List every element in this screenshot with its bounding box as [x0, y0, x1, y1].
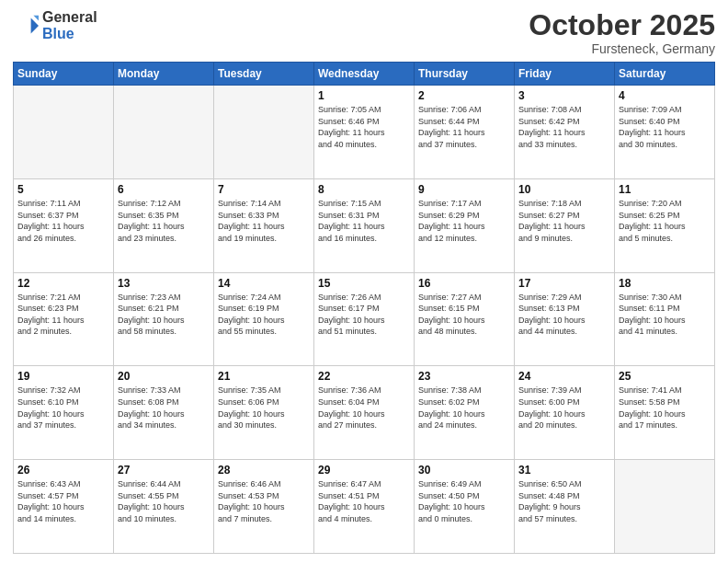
day-cell-5-2: 27Sunrise: 6:44 AM Sunset: 4:55 PM Dayli…: [114, 460, 214, 554]
day-detail: Sunrise: 7:15 AM Sunset: 6:31 PM Dayligh…: [318, 198, 410, 244]
svg-marker-0: [31, 18, 39, 34]
subtitle: Fursteneck, Germany: [529, 41, 715, 56]
day-cell-1-5: 2Sunrise: 7:06 AM Sunset: 6:44 PM Daylig…: [415, 86, 515, 179]
day-detail: Sunrise: 7:30 AM Sunset: 6:11 PM Dayligh…: [619, 292, 711, 338]
day-cell-4-1: 19Sunrise: 7:32 AM Sunset: 6:10 PM Dayli…: [14, 366, 114, 460]
day-cell-2-2: 6Sunrise: 7:12 AM Sunset: 6:35 PM Daylig…: [114, 178, 214, 272]
week-row-1: 1Sunrise: 7:05 AM Sunset: 6:46 PM Daylig…: [14, 86, 715, 179]
weekday-header-friday: Friday: [515, 63, 615, 86]
week-row-4: 19Sunrise: 7:32 AM Sunset: 6:10 PM Dayli…: [14, 366, 715, 460]
weekday-header-thursday: Thursday: [415, 63, 515, 86]
week-row-5: 26Sunrise: 6:43 AM Sunset: 4:57 PM Dayli…: [14, 460, 715, 554]
day-detail: Sunrise: 7:17 AM Sunset: 6:29 PM Dayligh…: [418, 198, 510, 244]
day-number: 18: [619, 277, 711, 290]
day-detail: Sunrise: 6:43 AM Sunset: 4:57 PM Dayligh…: [17, 478, 109, 524]
day-number: 31: [518, 464, 610, 477]
day-detail: Sunrise: 7:18 AM Sunset: 6:27 PM Dayligh…: [518, 198, 610, 244]
weekday-header-saturday: Saturday: [615, 63, 715, 86]
day-cell-2-1: 5Sunrise: 7:11 AM Sunset: 6:37 PM Daylig…: [14, 178, 114, 272]
day-detail: Sunrise: 7:26 AM Sunset: 6:17 PM Dayligh…: [318, 292, 410, 338]
day-cell-2-6: 10Sunrise: 7:18 AM Sunset: 6:27 PM Dayli…: [515, 178, 615, 272]
day-number: 17: [518, 277, 610, 290]
day-detail: Sunrise: 7:39 AM Sunset: 6:00 PM Dayligh…: [518, 385, 610, 431]
logo-text: General Blue: [42, 9, 97, 42]
day-detail: Sunrise: 7:32 AM Sunset: 6:10 PM Dayligh…: [17, 385, 109, 431]
day-number: 26: [17, 464, 109, 477]
week-row-3: 12Sunrise: 7:21 AM Sunset: 6:23 PM Dayli…: [14, 272, 715, 366]
day-detail: Sunrise: 7:35 AM Sunset: 6:06 PM Dayligh…: [218, 385, 310, 431]
day-number: 2: [418, 89, 510, 102]
day-cell-4-4: 22Sunrise: 7:36 AM Sunset: 6:04 PM Dayli…: [314, 366, 415, 460]
day-number: 16: [418, 277, 510, 290]
day-number: 10: [518, 183, 610, 196]
day-detail: Sunrise: 6:47 AM Sunset: 4:51 PM Dayligh…: [318, 478, 410, 524]
day-cell-1-3: [214, 86, 314, 179]
day-number: 14: [218, 277, 310, 290]
day-detail: Sunrise: 7:14 AM Sunset: 6:33 PM Dayligh…: [218, 198, 310, 244]
day-cell-5-3: 28Sunrise: 6:46 AM Sunset: 4:53 PM Dayli…: [214, 460, 314, 554]
day-cell-3-6: 17Sunrise: 7:29 AM Sunset: 6:13 PM Dayli…: [515, 272, 615, 366]
day-number: 21: [218, 370, 310, 383]
day-number: 9: [418, 183, 510, 196]
day-number: 12: [17, 277, 109, 290]
day-cell-1-2: [114, 86, 214, 179]
day-detail: Sunrise: 7:20 AM Sunset: 6:25 PM Dayligh…: [619, 198, 711, 244]
day-detail: Sunrise: 7:11 AM Sunset: 6:37 PM Dayligh…: [17, 198, 109, 244]
day-detail: Sunrise: 7:41 AM Sunset: 5:58 PM Dayligh…: [619, 385, 711, 431]
day-cell-2-7: 11Sunrise: 7:20 AM Sunset: 6:25 PM Dayli…: [615, 178, 715, 272]
day-cell-3-4: 15Sunrise: 7:26 AM Sunset: 6:17 PM Dayli…: [314, 272, 415, 366]
day-cell-5-1: 26Sunrise: 6:43 AM Sunset: 4:57 PM Dayli…: [14, 460, 114, 554]
day-cell-3-1: 12Sunrise: 7:21 AM Sunset: 6:23 PM Dayli…: [14, 272, 114, 366]
weekday-header-wednesday: Wednesday: [314, 63, 415, 86]
day-cell-1-1: [14, 86, 114, 179]
day-detail: Sunrise: 7:23 AM Sunset: 6:21 PM Dayligh…: [118, 292, 210, 338]
day-detail: Sunrise: 7:36 AM Sunset: 6:04 PM Dayligh…: [318, 385, 410, 431]
day-number: 19: [17, 370, 109, 383]
day-number: 15: [318, 277, 410, 290]
month-title: October 2025: [529, 9, 715, 41]
day-detail: Sunrise: 7:08 AM Sunset: 6:42 PM Dayligh…: [518, 104, 610, 150]
day-cell-1-4: 1Sunrise: 7:05 AM Sunset: 6:46 PM Daylig…: [314, 86, 415, 179]
day-cell-4-3: 21Sunrise: 7:35 AM Sunset: 6:06 PM Dayli…: [214, 366, 314, 460]
day-number: 20: [118, 370, 210, 383]
day-number: 27: [118, 464, 210, 477]
day-detail: Sunrise: 7:38 AM Sunset: 6:02 PM Dayligh…: [418, 385, 510, 431]
week-row-2: 5Sunrise: 7:11 AM Sunset: 6:37 PM Daylig…: [14, 178, 715, 272]
day-number: 30: [418, 464, 510, 477]
logo-icon: [13, 13, 39, 39]
svg-marker-1: [33, 16, 39, 21]
day-detail: Sunrise: 7:05 AM Sunset: 6:46 PM Dayligh…: [318, 104, 410, 150]
day-number: 25: [619, 370, 711, 383]
day-cell-1-7: 4Sunrise: 7:09 AM Sunset: 6:40 PM Daylig…: [615, 86, 715, 179]
day-cell-2-4: 8Sunrise: 7:15 AM Sunset: 6:31 PM Daylig…: [314, 178, 415, 272]
day-number: 29: [318, 464, 410, 477]
title-block: October 2025 Fursteneck, Germany: [529, 9, 715, 56]
day-number: 7: [218, 183, 310, 196]
day-cell-3-5: 16Sunrise: 7:27 AM Sunset: 6:15 PM Dayli…: [415, 272, 515, 366]
day-cell-2-5: 9Sunrise: 7:17 AM Sunset: 6:29 PM Daylig…: [415, 178, 515, 272]
day-cell-4-6: 24Sunrise: 7:39 AM Sunset: 6:00 PM Dayli…: [515, 366, 615, 460]
day-number: 5: [17, 183, 109, 196]
day-number: 1: [318, 89, 410, 102]
day-cell-3-7: 18Sunrise: 7:30 AM Sunset: 6:11 PM Dayli…: [615, 272, 715, 366]
day-cell-5-6: 31Sunrise: 6:50 AM Sunset: 4:48 PM Dayli…: [515, 460, 615, 554]
header: General Blue October 2025 Fursteneck, Ge…: [13, 9, 715, 56]
day-detail: Sunrise: 7:06 AM Sunset: 6:44 PM Dayligh…: [418, 104, 510, 150]
day-cell-3-3: 14Sunrise: 7:24 AM Sunset: 6:19 PM Dayli…: [214, 272, 314, 366]
day-detail: Sunrise: 6:44 AM Sunset: 4:55 PM Dayligh…: [118, 478, 210, 524]
day-cell-4-7: 25Sunrise: 7:41 AM Sunset: 5:58 PM Dayli…: [615, 366, 715, 460]
day-number: 23: [418, 370, 510, 383]
day-number: 4: [619, 89, 711, 102]
day-detail: Sunrise: 7:27 AM Sunset: 6:15 PM Dayligh…: [418, 292, 510, 338]
day-cell-4-2: 20Sunrise: 7:33 AM Sunset: 6:08 PM Dayli…: [114, 366, 214, 460]
day-number: 13: [118, 277, 210, 290]
day-number: 3: [518, 89, 610, 102]
day-number: 24: [518, 370, 610, 383]
day-detail: Sunrise: 6:46 AM Sunset: 4:53 PM Dayligh…: [218, 478, 310, 524]
day-cell-3-2: 13Sunrise: 7:23 AM Sunset: 6:21 PM Dayli…: [114, 272, 214, 366]
logo: General Blue: [13, 9, 97, 42]
day-number: 22: [318, 370, 410, 383]
day-detail: Sunrise: 7:29 AM Sunset: 6:13 PM Dayligh…: [518, 292, 610, 338]
day-cell-1-6: 3Sunrise: 7:08 AM Sunset: 6:42 PM Daylig…: [515, 86, 615, 179]
page: General Blue October 2025 Fursteneck, Ge…: [0, 0, 728, 563]
